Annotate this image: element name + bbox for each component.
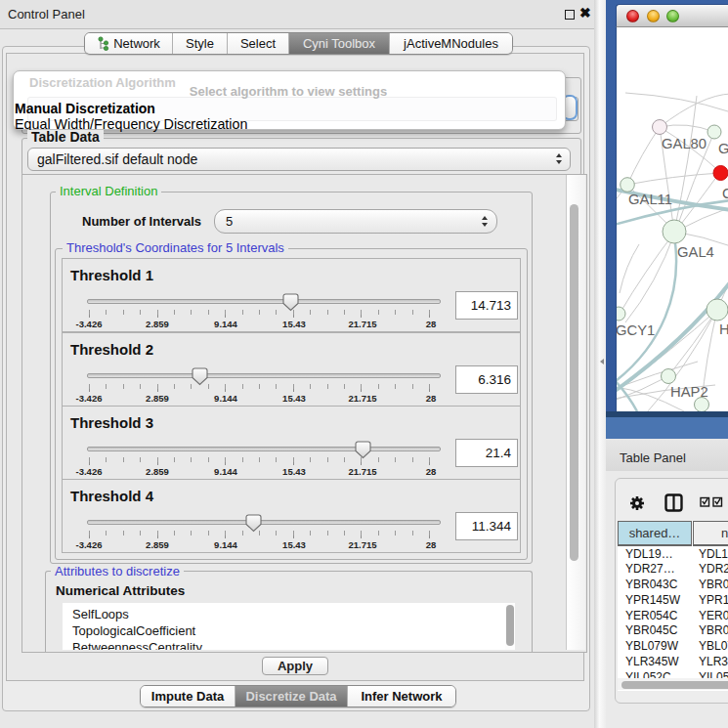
svg-text:HAP2: HAP2 — [670, 384, 708, 400]
svg-text:GAL80: GAL80 — [662, 136, 707, 151]
svg-text:GA: GA — [718, 141, 728, 156]
svg-text:GAL11: GAL11 — [628, 192, 672, 207]
svg-text:H: H — [719, 321, 728, 337]
svg-text:C: C — [722, 186, 728, 201]
svg-text:GCY1: GCY1 — [617, 322, 655, 338]
svg-text:GAL4: GAL4 — [677, 244, 714, 260]
